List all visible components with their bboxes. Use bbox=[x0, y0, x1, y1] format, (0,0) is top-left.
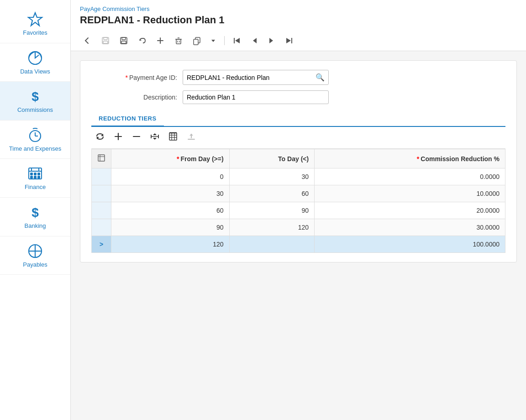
svg-rect-51 bbox=[169, 133, 177, 140]
svg-rect-60 bbox=[98, 155, 105, 161]
description-row: Description: bbox=[91, 90, 505, 104]
svg-text:$: $ bbox=[32, 89, 39, 104]
cell-from-day[interactable]: 120 bbox=[111, 236, 230, 253]
svg-rect-10 bbox=[38, 173, 40, 175]
sidebar-label-finance: Finance bbox=[25, 184, 46, 191]
tabs-bar: REDUCTION TIERS bbox=[91, 111, 505, 127]
svg-rect-11 bbox=[31, 176, 32, 178]
copy-button[interactable] bbox=[189, 34, 204, 47]
table-row[interactable]: 609020.0000 bbox=[92, 202, 505, 219]
svg-marker-50 bbox=[153, 138, 157, 140]
sidebar-label-banking: Banking bbox=[25, 222, 46, 230]
dropdown-button[interactable] bbox=[208, 36, 219, 45]
svg-marker-58 bbox=[189, 134, 193, 136]
content-area: *Payment Age ID: 🔍 Description: REDUCTIO… bbox=[71, 51, 526, 420]
svg-rect-23 bbox=[121, 41, 126, 43]
form-card: *Payment Age ID: 🔍 Description: REDUCTIO… bbox=[80, 60, 517, 262]
sidebar-item-time-expenses[interactable]: Time and Expenses bbox=[0, 121, 70, 159]
svg-rect-20 bbox=[103, 41, 108, 43]
back-button[interactable] bbox=[80, 34, 95, 47]
cell-from-day[interactable]: 60 bbox=[111, 202, 230, 219]
toolbar-separator-1 bbox=[224, 36, 225, 45]
table-header-commission-reduction: *Commission Reduction % bbox=[315, 149, 505, 168]
row-indicator bbox=[92, 185, 111, 202]
svg-marker-40 bbox=[286, 38, 291, 43]
first-record-button[interactable] bbox=[230, 35, 245, 46]
svg-marker-49 bbox=[153, 133, 157, 135]
row-indicator bbox=[92, 168, 111, 185]
payment-age-id-field[interactable]: 🔍 bbox=[183, 70, 329, 85]
sidebar-label-time-expenses: Time and Expenses bbox=[9, 145, 61, 152]
save-disabled-button bbox=[98, 34, 113, 47]
payment-age-id-row: *Payment Age ID: 🔍 bbox=[91, 70, 505, 85]
sidebar-item-favorites[interactable]: Favorites bbox=[0, 5, 70, 43]
search-icon[interactable]: 🔍 bbox=[316, 73, 325, 82]
last-record-button[interactable] bbox=[281, 35, 296, 46]
add-button[interactable] bbox=[153, 34, 168, 47]
cell-from-day[interactable]: 30 bbox=[111, 185, 230, 202]
cell-commission-reduction[interactable]: 100.0000 bbox=[315, 236, 505, 253]
svg-marker-0 bbox=[28, 13, 42, 26]
main-content: PayAge Commission Tiers REDPLAN1 - Reduc… bbox=[71, 0, 526, 420]
svg-rect-22 bbox=[122, 37, 126, 40]
svg-rect-19 bbox=[104, 37, 107, 40]
row-indicator: > bbox=[92, 236, 111, 253]
cell-commission-reduction[interactable]: 20.0000 bbox=[315, 202, 505, 219]
table-row[interactable]: 306010.0000 bbox=[92, 185, 505, 202]
table-header-to-day: To Day (<) bbox=[229, 149, 315, 168]
save-button[interactable] bbox=[116, 34, 131, 47]
grid-add-button[interactable] bbox=[111, 131, 125, 145]
cell-commission-reduction[interactable]: 0.0000 bbox=[315, 168, 505, 185]
sidebar-label-payables: Payables bbox=[23, 261, 47, 268]
svg-marker-37 bbox=[253, 38, 257, 43]
breadcrumb: PayAge Commission Tiers bbox=[80, 5, 517, 12]
cell-to-day[interactable] bbox=[229, 236, 315, 253]
cell-from-day[interactable]: 0 bbox=[111, 168, 230, 185]
sidebar: Favorites Data Views $ Commissions Time … bbox=[0, 0, 71, 420]
svg-text:$: $ bbox=[32, 205, 39, 220]
header: PayAge Commission Tiers REDPLAN1 - Reduc… bbox=[71, 0, 526, 51]
sidebar-item-finance[interactable]: Finance bbox=[0, 159, 70, 198]
table-row[interactable]: >120100.0000 bbox=[92, 236, 505, 253]
cell-to-day[interactable]: 60 bbox=[229, 185, 315, 202]
undo-button[interactable] bbox=[135, 34, 149, 47]
svg-rect-9 bbox=[34, 173, 36, 175]
grid-delete-button[interactable] bbox=[130, 131, 143, 145]
grid-upload-button bbox=[184, 131, 198, 145]
description-label: Description: bbox=[91, 94, 183, 101]
row-indicator bbox=[92, 202, 111, 219]
delete-button[interactable] bbox=[171, 34, 186, 47]
grid-toolbar bbox=[91, 127, 505, 149]
svg-rect-13 bbox=[38, 176, 40, 178]
description-input[interactable] bbox=[187, 94, 325, 101]
table-header-from-day: *From Day (>=) bbox=[111, 149, 230, 168]
payment-age-id-label: *Payment Age ID: bbox=[91, 74, 183, 81]
sidebar-item-banking[interactable]: $ Banking bbox=[0, 198, 70, 236]
reduction-tiers-table: *From Day (>=) To Day (<) *Commission Re… bbox=[91, 149, 505, 253]
sidebar-item-data-views[interactable]: Data Views bbox=[0, 43, 70, 82]
tab-reduction-tiers[interactable]: REDUCTION TIERS bbox=[91, 111, 164, 127]
cell-to-day[interactable]: 90 bbox=[229, 202, 315, 219]
table-body: 0300.0000306010.0000609020.00009012030.0… bbox=[92, 168, 505, 253]
cell-from-day[interactable]: 90 bbox=[111, 219, 230, 236]
cell-commission-reduction[interactable]: 10.0000 bbox=[315, 185, 505, 202]
sidebar-item-payables[interactable]: Payables bbox=[0, 236, 70, 275]
cell-commission-reduction[interactable]: 30.0000 bbox=[315, 219, 505, 236]
cell-to-day[interactable]: 120 bbox=[229, 219, 315, 236]
page-title: REDPLAN1 - Reduction Plan 1 bbox=[80, 14, 517, 26]
sidebar-item-commissions[interactable]: $ Commissions bbox=[0, 82, 70, 121]
grid-fit-button[interactable] bbox=[148, 131, 162, 145]
svg-rect-12 bbox=[34, 176, 36, 178]
svg-rect-33 bbox=[194, 39, 198, 45]
grid-refresh-button[interactable] bbox=[93, 131, 107, 145]
description-field[interactable] bbox=[183, 90, 329, 104]
table-row[interactable]: 0300.0000 bbox=[92, 168, 505, 185]
grid-export-button[interactable] bbox=[166, 131, 180, 145]
sidebar-label-commissions: Commissions bbox=[17, 106, 53, 114]
table-row[interactable]: 9012030.0000 bbox=[92, 219, 505, 236]
toolbar bbox=[80, 31, 517, 51]
cell-to-day[interactable]: 30 bbox=[229, 168, 315, 185]
payment-age-id-input[interactable] bbox=[187, 74, 316, 81]
next-record-button[interactable] bbox=[265, 35, 278, 46]
prev-record-button[interactable] bbox=[248, 35, 261, 46]
